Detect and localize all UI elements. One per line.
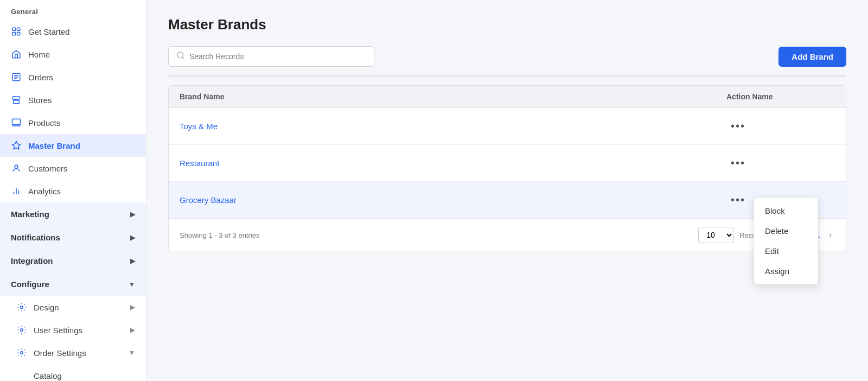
table-footer: Showing 1 - 3 of 3 entries 10 25 50 100 …: [169, 219, 846, 251]
svg-point-18: [21, 352, 23, 354]
brands-table: Brand Name Action Name Toys & Me ••• Res…: [168, 85, 846, 251]
sidebar-item-get-started[interactable]: Get Started: [0, 20, 146, 43]
svg-rect-1: [17, 28, 20, 30]
sidebar-item-products[interactable]: Products: [0, 111, 146, 134]
user-settings-icon: [16, 325, 27, 335]
notifications-label: Notifications: [11, 233, 60, 242]
sidebar-label-orders: Orders: [28, 73, 135, 82]
brand-link-grocery-bazaar[interactable]: Grocery Bazaar: [180, 195, 726, 205]
sidebar-item-orders[interactable]: Orders: [0, 66, 146, 88]
sidebar-item-stores[interactable]: Stores: [0, 88, 146, 111]
context-menu-item-edit[interactable]: Edit: [754, 241, 818, 261]
sidebar-group-configure[interactable]: Configure ▼: [0, 272, 146, 296]
next-page-button[interactable]: ›: [826, 229, 835, 241]
brand-link-toys-me[interactable]: Toys & Me: [180, 122, 726, 131]
action-cell-3: ••• Block Delete Edit Assign: [726, 192, 835, 208]
column-header-brand-name: Brand Name: [180, 92, 726, 101]
sidebar-item-catalog[interactable]: Catalog: [0, 364, 146, 381]
action-dots-button-1[interactable]: •••: [726, 118, 750, 135]
sidebar-general-label: General: [0, 0, 146, 20]
search-wrapper[interactable]: [168, 46, 374, 67]
sidebar-item-customers[interactable]: Customers: [0, 157, 146, 180]
products-icon: [11, 117, 22, 128]
sidebar-label-analytics: Analytics: [28, 187, 135, 196]
sidebar-label-catalog: Catalog: [34, 371, 135, 380]
action-cell-2: •••: [726, 155, 835, 172]
showing-text: Showing 1 - 3 of 3 entries: [180, 231, 259, 239]
search-icon: [176, 51, 185, 62]
per-page-select[interactable]: 10 25 50 100: [698, 227, 734, 243]
svg-line-20: [182, 57, 184, 59]
table-row: Toys & Me •••: [169, 108, 846, 145]
table-header: Brand Name Action Name: [169, 86, 846, 108]
search-input[interactable]: [189, 52, 366, 61]
sidebar-item-user-settings[interactable]: User Settings ▶: [0, 319, 146, 341]
home-icon: [11, 49, 22, 60]
action-cell-1: •••: [726, 118, 835, 135]
sidebar-label-customers: Customers: [28, 164, 135, 173]
svg-rect-8: [14, 100, 20, 104]
column-header-action-name: Action Name: [726, 92, 835, 101]
context-menu-item-delete[interactable]: Delete: [754, 221, 818, 241]
sidebar-item-analytics[interactable]: Analytics: [0, 180, 146, 202]
get-started-icon: [11, 26, 22, 37]
context-menu-item-block[interactable]: Block: [754, 201, 818, 221]
svg-rect-0: [12, 28, 15, 30]
sidebar-item-design[interactable]: Design ▶: [0, 296, 146, 319]
page-title: Master Brands: [168, 16, 846, 33]
analytics-icon: [11, 186, 22, 196]
design-icon: [16, 302, 27, 313]
sidebar-label-design: Design: [34, 303, 124, 312]
add-brand-button[interactable]: Add Brand: [778, 47, 846, 67]
sidebar-group-integration[interactable]: Integration ▶: [0, 249, 146, 272]
marketing-label: Marketing: [11, 209, 49, 219]
orders-icon: [11, 72, 22, 82]
design-chevron-icon: ▶: [130, 303, 135, 311]
notifications-chevron-icon: ▶: [130, 234, 135, 242]
integration-label: Integration: [11, 256, 53, 265]
stores-icon: [11, 94, 22, 105]
context-menu: Block Delete Edit Assign: [754, 197, 819, 285]
svg-rect-3: [12, 33, 15, 35]
svg-point-16: [21, 306, 23, 309]
customers-icon: [11, 163, 22, 174]
sidebar-item-master-brand[interactable]: Master Brand: [0, 134, 146, 157]
sidebar-label-home: Home: [28, 50, 135, 59]
sidebar-group-notifications[interactable]: Notifications ▶: [0, 226, 146, 249]
catalog-icon: [16, 370, 27, 381]
main-content: Master Brands Add Brand Brand Name Actio…: [146, 0, 868, 381]
sidebar-label-get-started: Get Started: [28, 27, 135, 36]
sidebar-label-products: Products: [28, 118, 135, 128]
configure-chevron-icon: ▼: [129, 281, 135, 288]
svg-point-17: [21, 329, 23, 332]
sidebar-group-marketing[interactable]: Marketing ▶: [0, 202, 146, 226]
sidebar-label-user-settings: User Settings: [34, 326, 124, 335]
sidebar: General Get Started Home Orders Stores P…: [0, 0, 146, 381]
configure-label: Configure: [11, 280, 49, 289]
table-row: Grocery Bazaar ••• Block Delete Edit Ass…: [169, 182, 846, 219]
action-dots-button-3[interactable]: •••: [726, 192, 750, 208]
toolbar: Add Brand: [168, 46, 846, 77]
order-settings-chevron-icon: ▼: [129, 349, 135, 357]
sidebar-label-order-settings: Order Settings: [34, 348, 122, 358]
master-brand-icon: [11, 140, 22, 151]
svg-point-12: [15, 165, 18, 168]
sidebar-item-home[interactable]: Home: [0, 43, 146, 66]
table-row: Restaurant •••: [169, 145, 846, 182]
context-menu-item-assign[interactable]: Assign: [754, 261, 818, 281]
integration-chevron-icon: ▶: [130, 257, 135, 265]
marketing-chevron-icon: ▶: [130, 211, 135, 218]
sidebar-label-master-brand: Master Brand: [28, 141, 135, 150]
sidebar-item-order-settings[interactable]: Order Settings ▼: [0, 341, 146, 364]
action-dots-button-2[interactable]: •••: [726, 155, 750, 172]
svg-rect-9: [12, 119, 21, 125]
svg-point-19: [177, 52, 183, 58]
order-settings-icon: [16, 347, 27, 358]
brand-link-restaurant[interactable]: Restaurant: [180, 158, 726, 168]
user-settings-chevron-icon: ▶: [130, 326, 135, 334]
svg-marker-11: [12, 142, 21, 149]
sidebar-label-stores: Stores: [28, 96, 135, 105]
svg-rect-2: [17, 33, 20, 35]
